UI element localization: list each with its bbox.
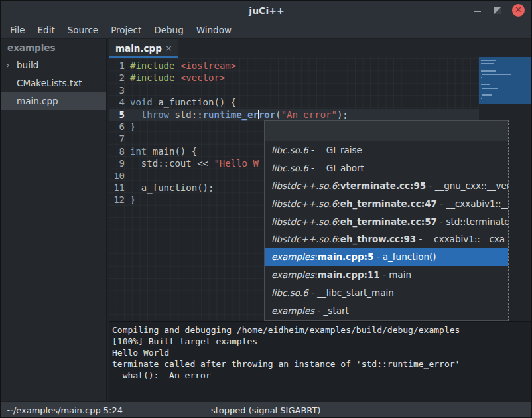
line-number: 12 (109, 194, 130, 206)
backtrace-library: examples (271, 251, 314, 262)
line-number: 2 (109, 72, 130, 84)
active-tab-indicator (109, 56, 178, 58)
code-token: throw (141, 109, 169, 120)
backtrace-item[interactable]: examples:main.cpp:11 - main (265, 266, 508, 284)
menu-item-file[interactable]: File (9, 24, 27, 36)
code-token: std::cout << (130, 158, 214, 169)
code-line[interactable]: 8int main() { (109, 145, 197, 157)
menu-item-project[interactable]: Project (109, 24, 143, 36)
code-line[interactable]: 6} (109, 121, 135, 133)
terminal-line: terminate called after throwing an insta… (109, 358, 532, 370)
menu-item-source[interactable]: Source (66, 24, 100, 36)
code-line[interactable]: 12} (109, 194, 135, 206)
backtrace-item[interactable]: libc.so.6 - __GI_raise (265, 141, 508, 159)
backtrace-library: libstdc++.so.6 (271, 180, 337, 191)
code-line[interactable]: 4void a_function() { (109, 96, 236, 108)
titlebar[interactable]: juCi++ ✕ (1, 1, 532, 21)
minimap-line (481, 60, 496, 61)
backtrace-symbol: - __GI_abort (308, 163, 364, 173)
backtrace-item[interactable]: libstdc++.so.6:eh_terminate.cc:57 - std:… (265, 213, 508, 231)
backtrace-item[interactable]: libstdc++.so.6:eh_terminate.cc:47 - __cx… (265, 195, 508, 213)
code-token: "An error" (281, 109, 337, 120)
line-number: 9 (109, 157, 130, 169)
backtrace-library: libc.so.6 (271, 163, 308, 173)
backtrace-library: examples (271, 305, 314, 316)
popup-filter-entry[interactable] (265, 121, 508, 141)
line-number: 1 (109, 60, 130, 72)
code-token: ); (337, 109, 348, 120)
minimap[interactable] (479, 57, 532, 104)
minimap-line (482, 88, 498, 89)
code-token: a_function(); (130, 182, 214, 193)
menu-item-edit[interactable]: Edit (36, 24, 56, 36)
code-line[interactable]: 7 (109, 133, 130, 145)
line-number: 5 (109, 109, 130, 121)
code-line[interactable]: 9 std::cout << "Hello W (109, 157, 259, 169)
backtrace-library: libstdc++.so.6 (271, 216, 337, 227)
backtrace-library: examples (271, 269, 314, 280)
statusbar: ~/examples/main.cpp 5:24 stopped (signal… (1, 401, 532, 418)
backtrace-library: libc.so.6 (271, 287, 308, 298)
code-line[interactable]: 3 (109, 84, 130, 96)
backtrace-symbol: - __cxxabiv1::__cxa_thro (416, 234, 508, 244)
backtrace-item[interactable]: examples:main.cpp:5 - a_function() (265, 248, 508, 266)
terminal-line: Hello World (109, 347, 532, 358)
statusbar-file-position: ~/examples/main.cpp 5:24 (6, 402, 123, 418)
code-token: a_function() { (153, 97, 236, 107)
sidebar-item-main-cpp[interactable]: main.cpp (1, 92, 106, 110)
statusbar-debug-status: stopped (signal SIGABRT) (211, 402, 320, 418)
code-token (130, 109, 141, 120)
sidebar-item-build[interactable]: ›build (1, 56, 106, 74)
code-token: void (130, 97, 153, 107)
tab-close-icon[interactable]: × (165, 39, 172, 58)
minimap-line (481, 70, 496, 72)
backtrace-location: eh_terminate.cc:57 (340, 216, 437, 227)
menu-item-window[interactable]: Window (195, 24, 233, 36)
backtrace-item[interactable]: libstdc++.so.6:vterminate.cc:95 - __gnu_… (265, 177, 508, 195)
line-number: 6 (109, 121, 130, 133)
backtrace-symbol: - __gnu_cxx::__verbos (426, 180, 508, 191)
backtrace-item[interactable]: libc.so.6 - __GI_abort (265, 159, 508, 177)
restore-button[interactable] (492, 5, 503, 17)
code-line[interactable]: 11 a_function(); (109, 182, 214, 194)
window-title: juCi++ (1, 1, 532, 21)
code-token: <vector> (180, 72, 225, 83)
line-number: 3 (109, 84, 130, 96)
terminal-output[interactable]: Compiling and debugging /home/eidheim/ex… (109, 321, 532, 401)
code-token: } (130, 194, 135, 205)
code-token: main() { (147, 146, 197, 157)
line-number: 11 (109, 182, 130, 194)
code-token: #include (130, 72, 174, 83)
chevron-right-icon[interactable]: › (6, 56, 10, 74)
sidebar-item-cmakelists-txt[interactable]: CMakeLists.txt (1, 74, 106, 92)
minimap-line (482, 94, 492, 96)
backtrace-item[interactable]: libstdc++.so.6:eh_throw.cc:93 - __cxxabi… (265, 230, 508, 248)
backtrace-library: libc.so.6 (271, 145, 308, 155)
code-token: int (130, 146, 147, 157)
tab-label: main.cpp (115, 39, 162, 58)
terminal-line: [100%] Built target examples (109, 336, 532, 347)
terminal-line: what(): An error (109, 370, 532, 381)
code-token: <iostream> (180, 60, 236, 71)
menu-item-debug[interactable]: Debug (153, 24, 184, 36)
code-token: #include (130, 60, 174, 71)
tabbar: main.cpp × (109, 39, 532, 58)
code-line[interactable]: 5 throw std::runtime_error("An error"); (109, 109, 479, 121)
code-token (174, 72, 180, 83)
juci-window: juCi++ ✕ FileEditSourceProjectDebugWindo… (0, 0, 532, 418)
backtrace-item[interactable]: libc.so.6 - __libc_start_main (265, 284, 508, 302)
backtrace-location: eh_throw.cc:93 (340, 234, 416, 244)
backtrace-item[interactable]: examples - _start (265, 302, 508, 320)
tab-main-cpp[interactable]: main.cpp × (109, 39, 178, 58)
backtrace-location: main.cpp:11 (318, 269, 380, 280)
minimize-button[interactable] (472, 5, 484, 17)
code-line[interactable]: 10 (109, 170, 130, 182)
close-button[interactable]: ✕ (512, 4, 525, 17)
backtrace-symbol: - __libc_start_main (308, 287, 394, 298)
code-line[interactable]: 2#include <vector> (109, 72, 225, 84)
code-token: ( (275, 109, 281, 120)
code-line[interactable]: 1#include <iostream> (109, 60, 236, 72)
backtrace-symbol: - main (380, 269, 411, 280)
line-number: 10 (109, 170, 130, 182)
minimap-line (481, 98, 482, 99)
